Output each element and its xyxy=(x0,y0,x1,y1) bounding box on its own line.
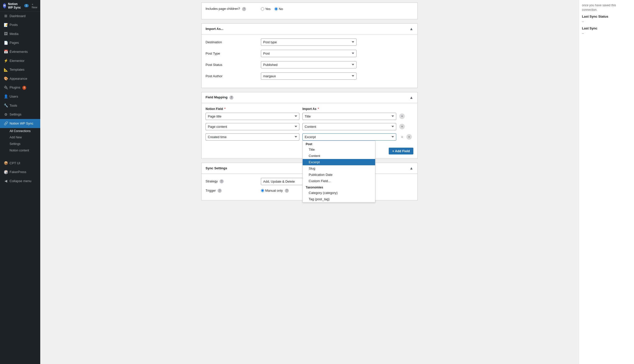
dropdown-item-content[interactable]: Content xyxy=(303,153,375,159)
strategy-label-container: Strategy ? xyxy=(206,179,261,184)
dropdown-group-taxonomies: Taxonomies xyxy=(303,184,375,190)
field-mapping-column-headers: Notion Field * Import As * xyxy=(206,107,413,111)
radio-yes-label[interactable]: Yes xyxy=(261,7,270,11)
sidebar-item-tools[interactable]: 🔧 Tools xyxy=(0,101,40,110)
trigger-manual-radio[interactable] xyxy=(261,189,264,192)
sidebar-item-label: Pages xyxy=(10,41,19,45)
includes-page-children-label: Includes page children? ? xyxy=(206,7,261,11)
dropdown-item-publication-date[interactable]: Publication Date xyxy=(303,172,375,178)
includes-help-icon[interactable]: ? xyxy=(242,7,246,11)
sync-settings-collapse-icon[interactable]: ▲ xyxy=(409,166,413,171)
post-type-select[interactable]: Post xyxy=(261,50,356,57)
field-mapping-help-icon[interactable]: ? xyxy=(229,96,233,100)
fakerpress-icon: 🎲 xyxy=(4,170,8,175)
destination-row: Destination Post type xyxy=(206,38,413,46)
sidebar-item-label: Notion WP Sync xyxy=(10,121,33,126)
tools-icon: 🔧 xyxy=(4,103,8,108)
post-status-select[interactable]: Published xyxy=(261,61,356,68)
trigger-manual-text: Manual only xyxy=(265,189,283,192)
site-name: Notion WP Sync xyxy=(8,2,22,9)
sidebar-item-fakerpress[interactable]: 🎲 FakerPress xyxy=(0,168,40,177)
post-author-control: margaux xyxy=(261,72,413,80)
sidebar-item-notion-wp-sync[interactable]: 🔗 Notion WP Sync xyxy=(0,119,40,128)
remove-field-0[interactable]: × xyxy=(399,113,405,119)
sidebar-item-label: Elementor xyxy=(10,59,24,63)
sidebar-item-posts[interactable]: 📝 Posts xyxy=(0,21,40,30)
last-sync-label: Last Sync xyxy=(582,26,631,30)
sidebar: W Notion WP Sync 5 + New ⊞ Dashboard 📝 P… xyxy=(0,0,40,364)
sidebar-header: W Notion WP Sync 5 + New xyxy=(0,0,40,12)
sidebar-item-cpt-ui[interactable]: 📦 CPT UI xyxy=(0,159,40,168)
destination-select[interactable]: Post type xyxy=(261,38,356,46)
import-as-section: Import As... ▲ Destination Post type Pos… xyxy=(201,23,418,88)
radio-yes[interactable] xyxy=(261,7,264,11)
includes-page-children-section: Includes page children? ? Yes No xyxy=(201,3,418,19)
import-as-select-1[interactable]: Content xyxy=(302,123,396,130)
destination-label: Destination xyxy=(206,40,261,44)
sidebar-item-label: Users xyxy=(10,94,18,99)
includes-page-children-body: Includes page children? ? Yes No xyxy=(202,3,417,19)
import-as-title: Import As... xyxy=(206,27,223,31)
radio-yes-text: Yes xyxy=(265,7,270,11)
sidebar-sub-notion-content[interactable]: Notion content xyxy=(0,147,40,154)
new-link[interactable]: + New xyxy=(32,3,37,9)
sidebar-sub-all-connections[interactable]: All Connections xyxy=(0,128,40,135)
dropdown-item-category[interactable]: Category (category) xyxy=(303,190,375,196)
strategy-help-icon[interactable]: ? xyxy=(220,179,224,183)
notion-field-select-0[interactable]: Page title xyxy=(206,113,299,120)
trigger-label: Trigger xyxy=(206,189,216,192)
dropdown-item-custom-field[interactable]: Custom Field... xyxy=(303,178,375,184)
post-type-label: Post Type xyxy=(206,52,261,55)
appearance-icon: 🎨 xyxy=(4,76,8,81)
sidebar-item-templates[interactable]: 📐 Templates xyxy=(0,65,40,74)
trigger-help-icon[interactable]: ? xyxy=(218,189,222,193)
sidebar-item-label: Collapse menu xyxy=(10,179,31,183)
dropdown-item-tag[interactable]: Tag (post_tag) xyxy=(303,196,375,202)
post-author-row: Post Author margaux xyxy=(206,72,413,80)
add-field-button[interactable]: + Add Field xyxy=(389,148,413,154)
import-as-select-0[interactable]: Title xyxy=(302,113,396,120)
sidebar-item-users[interactable]: 👤 Users xyxy=(0,92,40,101)
plugins-icon: 🔌 xyxy=(4,85,8,90)
sidebar-item-pages[interactable]: 📄 Pages xyxy=(0,38,40,48)
field-mapping-header: Field Mapping ? ▲ xyxy=(202,92,417,103)
sidebar-item-evenements[interactable]: 📅 Évènements xyxy=(0,47,40,56)
sidebar-sub-add-new[interactable]: Add New xyxy=(0,134,40,141)
radio-no[interactable] xyxy=(274,7,278,11)
sidebar-item-appearance[interactable]: 🎨 Appearance xyxy=(0,74,40,83)
post-author-select[interactable]: margaux xyxy=(261,72,356,80)
posts-icon: 📝 xyxy=(4,23,8,28)
sidebar-item-plugins[interactable]: 🔌 Plugins 4 xyxy=(0,83,40,92)
drag-handle-2[interactable]: ≡ xyxy=(399,134,405,140)
last-sync-value: -- xyxy=(582,32,631,35)
sidebar-item-elementor[interactable]: ⚡ Elementor xyxy=(0,56,40,65)
import-as-collapse-icon[interactable]: ▲ xyxy=(409,27,413,31)
field-mapping-body: Notion Field * Import As * P xyxy=(202,103,417,158)
field-mapping-actions-2: ≡ × xyxy=(399,134,413,140)
field-mapping-collapse-icon[interactable]: ▲ xyxy=(409,95,413,100)
sidebar-item-settings[interactable]: ⚙ Settings xyxy=(0,110,40,119)
remove-field-2[interactable]: × xyxy=(406,134,412,140)
post-status-label: Post Status xyxy=(206,63,261,67)
radio-no-label[interactable]: No xyxy=(274,7,283,11)
sidebar-sub-settings[interactable]: Settings xyxy=(0,141,40,147)
users-icon: 👤 xyxy=(4,94,8,99)
sidebar-item-collapse[interactable]: ◀ Collapse menu xyxy=(0,177,40,186)
dashboard-icon: ⊞ xyxy=(4,14,8,19)
dropdown-item-excerpt[interactable]: Excerpt xyxy=(303,159,375,165)
dropdown-item-title[interactable]: Title xyxy=(303,146,375,153)
field-mapping-import-0: Title xyxy=(302,113,396,120)
sidebar-item-label: Plugins xyxy=(10,85,20,90)
strategy-label: Strategy xyxy=(206,179,218,183)
wp-logo: W xyxy=(3,3,6,8)
notion-field-select-1[interactable]: Page content xyxy=(206,123,299,130)
dropdown-item-slug[interactable]: Slug xyxy=(303,165,375,172)
post-type-control: Post xyxy=(261,50,413,57)
sidebar-item-media[interactable]: 🖼 Media xyxy=(0,29,40,38)
sidebar-item-dashboard[interactable]: ⊞ Dashboard xyxy=(0,12,40,21)
sidebar-item-label: Évènements xyxy=(10,50,28,54)
import-as-select-2[interactable]: Excerpt xyxy=(302,133,396,141)
remove-field-1[interactable]: × xyxy=(399,124,405,129)
trigger-manual-help-icon[interactable]: ? xyxy=(285,189,289,193)
notion-field-select-2[interactable]: Created time xyxy=(206,133,299,141)
